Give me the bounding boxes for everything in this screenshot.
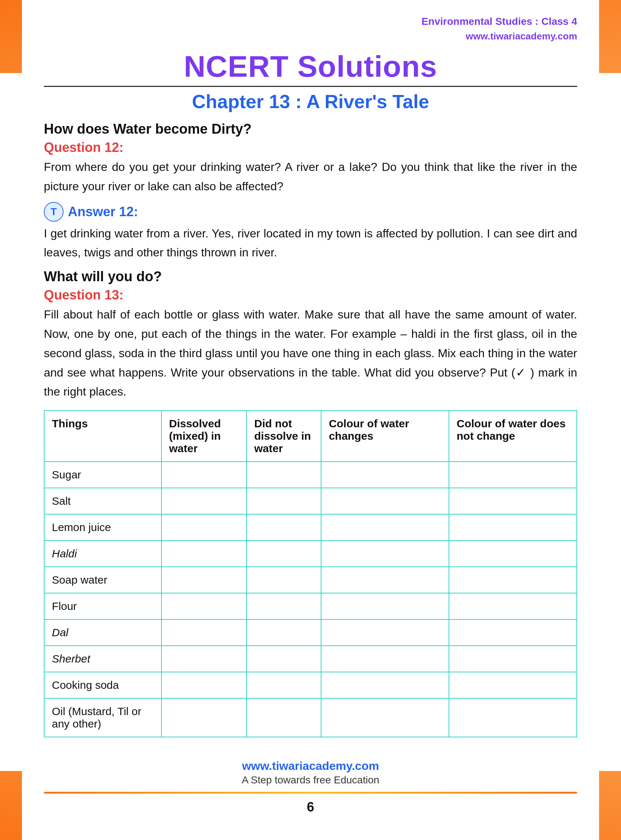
tiwari-logo-icon: T xyxy=(44,202,64,222)
table-cell-not-dissolve xyxy=(247,672,321,698)
table-cell-color-change xyxy=(321,514,449,540)
table-row: Salt xyxy=(44,488,577,514)
col-header-no-color-change: Colour of water does not change xyxy=(449,410,577,462)
table-row: Oil (Mustard, Til or any other) xyxy=(44,698,577,737)
table-cell-color-change xyxy=(321,646,449,672)
table-cell-dissolved xyxy=(162,514,247,540)
answer-12-label: Answer 12: xyxy=(68,204,138,219)
main-title: NCERT Solutions xyxy=(44,49,577,84)
answer-12-row: T Answer 12: xyxy=(44,202,577,222)
observation-table: Things Dissolved (mixed) in water Did no… xyxy=(44,410,577,737)
table-cell-color-change xyxy=(321,540,449,567)
table-cell-not-dissolve xyxy=(247,646,321,672)
footer-divider xyxy=(44,792,577,794)
table-row: Flour xyxy=(44,593,577,619)
table-cell-no-color-change xyxy=(449,698,577,737)
col-header-not-dissolve: Did not dissolve in water xyxy=(247,410,321,462)
top-info: Environmental Studies : Class 4 www.tiwa… xyxy=(44,7,577,45)
table-row: Lemon juice xyxy=(44,514,577,540)
table-cell-not-dissolve xyxy=(247,462,321,488)
title-divider xyxy=(44,86,577,87)
table-row: Soap water xyxy=(44,567,577,593)
table-cell-thing: Flour xyxy=(44,593,162,619)
table-row: Cooking soda xyxy=(44,672,577,698)
section-heading-2: What will you do? xyxy=(44,269,577,285)
table-cell-thing: Cooking soda xyxy=(44,672,162,698)
question-13-label: Question 13: xyxy=(44,288,577,303)
table-header-row: Things Dissolved (mixed) in water Did no… xyxy=(44,410,577,462)
col-header-dissolved: Dissolved (mixed) in water xyxy=(162,410,247,462)
table-cell-not-dissolve xyxy=(247,619,321,646)
table-cell-not-dissolve xyxy=(247,698,321,737)
table-cell-thing: Oil (Mustard, Til or any other) xyxy=(44,698,162,737)
table-cell-no-color-change xyxy=(449,540,577,567)
table-cell-color-change xyxy=(321,672,449,698)
table-row: Haldi xyxy=(44,540,577,567)
table-cell-dissolved xyxy=(162,698,247,737)
table-cell-dissolved xyxy=(162,462,247,488)
table-cell-color-change xyxy=(321,462,449,488)
table-cell-no-color-change xyxy=(449,462,577,488)
page-content: Environmental Studies : Class 4 www.tiwa… xyxy=(22,0,599,840)
table-cell-not-dissolve xyxy=(247,567,321,593)
table-cell-color-change xyxy=(321,619,449,646)
table-cell-no-color-change xyxy=(449,593,577,619)
section-heading-1: How does Water become Dirty? xyxy=(44,121,577,137)
table-cell-no-color-change xyxy=(449,488,577,514)
table-cell-no-color-change xyxy=(449,619,577,646)
table-cell-no-color-change xyxy=(449,672,577,698)
table-cell-dissolved xyxy=(162,619,247,646)
table-cell-dissolved xyxy=(162,540,247,567)
table-cell-dissolved xyxy=(162,488,247,514)
table-cell-thing: Sherbet xyxy=(44,646,162,672)
website-header: www.tiwariacademy.com xyxy=(44,29,577,44)
question-13-text: Fill about half of each bottle or glass … xyxy=(44,305,577,401)
table-cell-color-change xyxy=(321,698,449,737)
col-header-things: Things xyxy=(44,410,162,462)
table-cell-not-dissolve xyxy=(247,540,321,567)
table-cell-thing: Haldi xyxy=(44,540,162,567)
table-cell-not-dissolve xyxy=(247,488,321,514)
footer: www.tiwariacademy.com A Step towards fre… xyxy=(44,748,577,822)
question-12-label: Question 12: xyxy=(44,140,577,155)
table-cell-color-change xyxy=(321,593,449,619)
subject-label: Environmental Studies : Class 4 xyxy=(44,14,577,29)
svg-text:T: T xyxy=(50,206,57,217)
table-row: Dal xyxy=(44,619,577,646)
table-cell-thing: Dal xyxy=(44,619,162,646)
question-12-text: From where do you get your drinking wate… xyxy=(44,157,577,196)
table-cell-not-dissolve xyxy=(247,514,321,540)
footer-website: www.tiwariacademy.com xyxy=(44,759,577,773)
table-cell-thing: Soap water xyxy=(44,567,162,593)
footer-tagline: A Step towards free Education xyxy=(44,774,577,786)
page-number: 6 xyxy=(44,799,577,815)
table-cell-dissolved xyxy=(162,593,247,619)
table-cell-no-color-change xyxy=(449,514,577,540)
table-cell-no-color-change xyxy=(449,646,577,672)
table-cell-thing: Lemon juice xyxy=(44,514,162,540)
table-cell-no-color-change xyxy=(449,567,577,593)
table-cell-dissolved xyxy=(162,672,247,698)
col-header-color-change: Colour of water changes xyxy=(321,410,449,462)
table-row: Sherbet xyxy=(44,646,577,672)
table-cell-thing: Salt xyxy=(44,488,162,514)
table-cell-color-change xyxy=(321,567,449,593)
table-cell-not-dissolve xyxy=(247,593,321,619)
table-cell-dissolved xyxy=(162,646,247,672)
table-row: Sugar xyxy=(44,462,577,488)
table-cell-thing: Sugar xyxy=(44,462,162,488)
chapter-title: Chapter 13 : A River's Tale xyxy=(44,91,577,112)
table-cell-dissolved xyxy=(162,567,247,593)
table-cell-color-change xyxy=(321,488,449,514)
answer-12-text: I get drinking water from a river. Yes, … xyxy=(44,224,577,263)
